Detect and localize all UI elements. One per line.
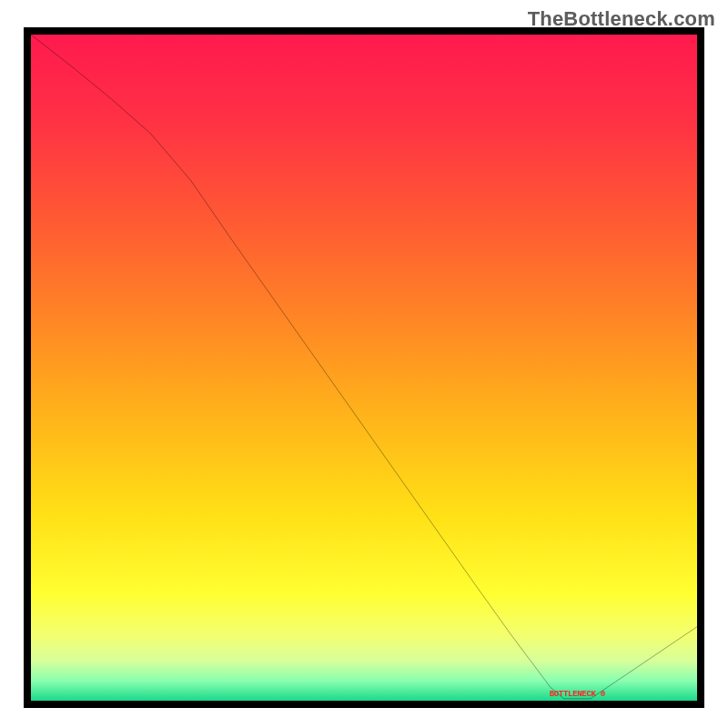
plot-frame: BOTTLENECK 0	[24, 27, 704, 708]
watermark-text: TheBottleneck.com	[528, 7, 715, 31]
curve-line	[31, 35, 697, 701]
chart-stage: TheBottleneck.com BOTTLENECK 0	[0, 0, 728, 728]
plot-area: BOTTLENECK 0	[31, 35, 697, 701]
curve-polyline	[31, 35, 697, 699]
min-marker-label: BOTTLENECK 0	[550, 690, 605, 699]
